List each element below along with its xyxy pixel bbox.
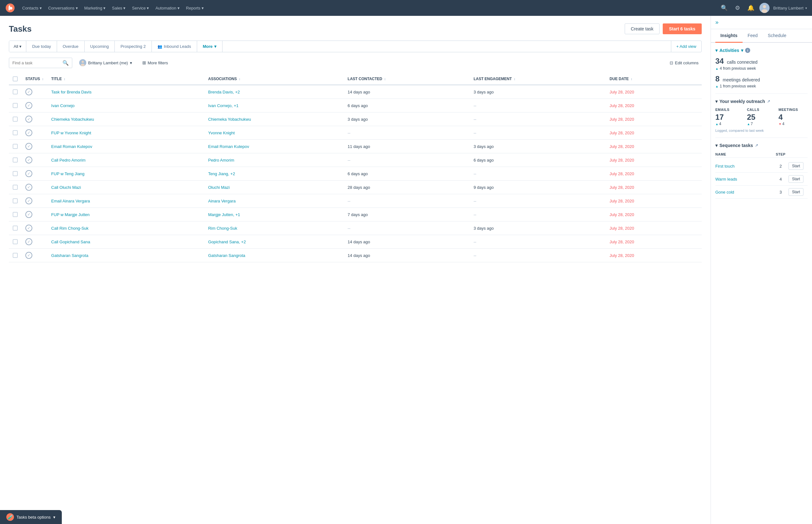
row-checkbox[interactable] [13, 185, 18, 190]
hubspot-logo[interactable] [5, 3, 15, 13]
seq-section-header[interactable]: ▾ Sequence tasks ↗ [715, 143, 808, 148]
more-filters-button[interactable]: ⊞ More filters [139, 58, 171, 67]
panel-toggle[interactable]: » [711, 16, 812, 29]
association-link[interactable]: Ainara Vergara [208, 199, 236, 203]
row-checkbox[interactable] [13, 226, 18, 231]
association-link[interactable]: Chiemeka Yobachukwu [208, 117, 251, 122]
row-checkbox[interactable] [13, 89, 18, 94]
task-title-link[interactable]: Email Ainara Vergara [51, 199, 90, 203]
add-view-button[interactable]: + Add view [671, 41, 701, 52]
task-title-link[interactable]: Call Pedro Amorim [51, 158, 85, 163]
panel-tab-insights[interactable]: Insights [715, 29, 743, 43]
row-checkbox[interactable] [13, 253, 18, 258]
association-link[interactable]: Yvonne Knight [208, 131, 235, 135]
tab-overdue[interactable]: Overdue [57, 41, 85, 52]
user-menu[interactable]: Brittany Lambert ▾ [773, 6, 807, 11]
task-title-link[interactable]: Call Rim Chong-Suk [51, 226, 89, 231]
tab-inbound-leads[interactable]: 👥 Inbound Leads [152, 41, 197, 52]
row-checkbox[interactable] [13, 117, 18, 122]
search-icon[interactable]: 🔍 [719, 3, 729, 13]
seq-name[interactable]: First touch [715, 164, 773, 168]
activities-section-header[interactable]: ▾ Activities ▾ i [715, 48, 808, 53]
avatar[interactable] [759, 3, 769, 13]
row-checkbox[interactable] [13, 239, 18, 244]
status-check[interactable]: ✓ [26, 88, 32, 95]
nav-item-automation[interactable]: Automation ▾ [152, 4, 182, 12]
association-link[interactable]: Gopichand Sana, +2 [208, 240, 246, 244]
nav-item-sales[interactable]: Sales ▾ [109, 4, 129, 12]
task-title-link[interactable]: FUP w Margje Jutten [51, 212, 90, 217]
task-title-link[interactable]: Email Roman Kutepov [51, 144, 92, 149]
panel-tab-feed[interactable]: Feed [743, 29, 763, 43]
weekly-outreach-header[interactable]: ▾ Your weekly outreach ↗ [715, 99, 808, 104]
row-checkbox[interactable] [13, 103, 18, 108]
task-title-link[interactable]: FUP w Teng Jiang [51, 171, 85, 176]
task-title-link[interactable]: Call Gopichand Sana [51, 240, 90, 244]
status-check[interactable]: ✓ [26, 116, 32, 122]
th-last-engagement[interactable]: LAST ENGAGEMENT ↕ [470, 73, 606, 85]
task-title-link[interactable]: Gatsharan Sangrota [51, 253, 88, 258]
association-link[interactable]: Brenda Davis, +2 [208, 89, 240, 94]
info-icon[interactable]: i [745, 48, 750, 53]
task-title-link[interactable]: FUP w Yvonne Knight [51, 131, 91, 135]
status-check[interactable]: ✓ [26, 102, 32, 109]
nav-item-contacts[interactable]: Contacts ▾ [19, 4, 45, 12]
row-checkbox[interactable] [13, 198, 18, 203]
edit-columns-button[interactable]: ⊡ Edit columns [667, 59, 702, 67]
association-link[interactable]: Email Roman Kutepov [208, 144, 249, 149]
th-last-contacted[interactable]: LAST CONTACTED ↕ [344, 73, 470, 85]
seq-start-button[interactable]: Start [789, 175, 803, 183]
association-link[interactable]: Rim Chong-Suk [208, 226, 238, 231]
row-checkbox[interactable] [13, 212, 18, 217]
row-checkbox[interactable] [13, 158, 18, 163]
seq-start-button[interactable]: Start [789, 162, 803, 170]
task-title-link[interactable]: Ivan Cornejo [51, 103, 75, 108]
search-input[interactable] [12, 61, 61, 65]
status-check[interactable]: ✓ [26, 157, 32, 163]
association-link[interactable]: Oluchi Mazi [208, 185, 230, 190]
association-link[interactable]: Margje Jutten, +1 [208, 212, 240, 217]
status-check[interactable]: ✓ [26, 238, 32, 245]
status-check[interactable]: ✓ [26, 129, 32, 136]
status-check[interactable]: ✓ [26, 211, 32, 218]
association-link[interactable]: Gatsharan Sangrota [208, 253, 245, 258]
row-checkbox[interactable] [13, 130, 18, 135]
nav-item-conversations[interactable]: Conversations ▾ [45, 4, 81, 12]
row-checkbox[interactable] [13, 171, 18, 176]
th-status[interactable]: STATUS ↕ [21, 73, 48, 85]
th-due-date[interactable]: DUE DATE ↕ [606, 73, 702, 85]
tab-prospecting[interactable]: Prospecting 2 [115, 41, 152, 52]
tab-upcoming[interactable]: Upcoming [85, 41, 115, 52]
user-filter[interactable]: Brittany Lambert (me) ▾ [76, 58, 135, 68]
seq-name[interactable]: Warm leads [715, 177, 773, 182]
status-check[interactable]: ✓ [26, 143, 32, 150]
association-link[interactable]: Pedro Amorim [208, 158, 234, 163]
nav-item-reports[interactable]: Reports ▾ [183, 4, 207, 12]
beta-bar[interactable]: 🧪 Tasks beta options ▾ [0, 510, 62, 524]
row-checkbox[interactable] [13, 144, 18, 149]
notifications-icon[interactable]: 🔔 [746, 3, 756, 13]
create-task-button[interactable]: Create task [625, 23, 660, 34]
tab-all[interactable]: All ▾ [9, 41, 26, 52]
seq-name[interactable]: Gone cold [715, 190, 773, 195]
task-title-link[interactable]: Chiemeka Yobachukwu [51, 117, 94, 122]
status-check[interactable]: ✓ [26, 184, 32, 191]
panel-tab-schedule[interactable]: Schedule [763, 29, 791, 43]
seq-start-button[interactable]: Start [789, 188, 803, 196]
tab-due-today[interactable]: Due today [26, 41, 57, 52]
th-associations[interactable]: ASSOCIATIONS ↕ [205, 73, 344, 85]
status-check[interactable]: ✓ [26, 170, 32, 177]
settings-icon[interactable]: ⚙ [733, 3, 742, 13]
nav-item-service[interactable]: Service ▾ [129, 4, 152, 12]
nav-item-marketing[interactable]: Marketing ▾ [81, 4, 109, 12]
select-all-checkbox[interactable] [13, 76, 18, 81]
start-tasks-button[interactable]: Start 6 tasks [663, 23, 702, 34]
status-check[interactable]: ✓ [26, 225, 32, 232]
tab-more[interactable]: More ▾ [197, 41, 223, 52]
association-link[interactable]: Ivan Cornejo, +1 [208, 103, 239, 108]
association-link[interactable]: Teng Jiang, +2 [208, 171, 235, 176]
th-title[interactable]: TITLE ↕ [48, 73, 205, 85]
status-check[interactable]: ✓ [26, 252, 32, 259]
status-check[interactable]: ✓ [26, 197, 32, 204]
task-title-link[interactable]: Task for Brenda Davis [51, 89, 92, 94]
